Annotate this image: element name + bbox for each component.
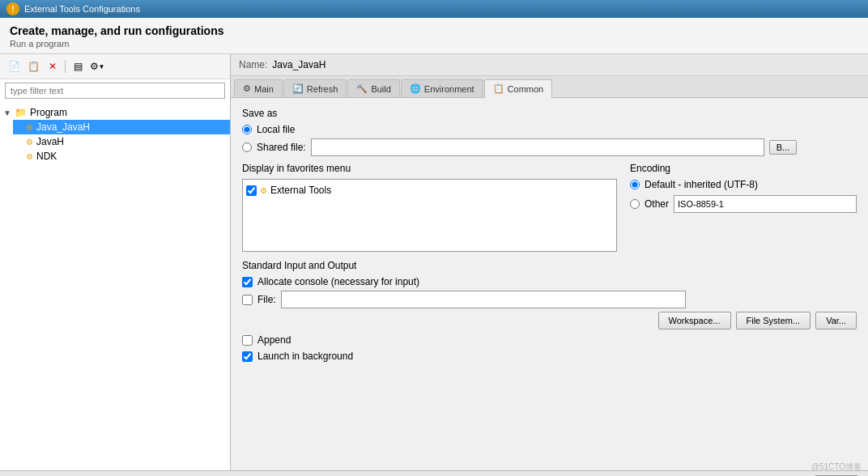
external-tools-checkbox[interactable]: [246, 185, 257, 196]
allocate-console-checkbox[interactable]: [242, 277, 253, 287]
encoding-other-label: Other: [645, 198, 669, 210]
stdio-label: Standard Input and Output: [242, 260, 857, 271]
tab-main[interactable]: ⚙ Main: [234, 79, 283, 97]
workspace-button[interactable]: Workspace...: [658, 312, 731, 329]
run-icon: ⚙: [26, 123, 33, 132]
toolbar-separator: [65, 60, 66, 73]
folder-icon: 📁: [15, 107, 27, 118]
allocate-console-row: Allocate console (necessary for input): [242, 276, 857, 287]
tree-item-label-java-javah: Java_JavaH: [36, 121, 90, 133]
display-favorites-label: Display in favorites menu: [242, 163, 617, 174]
environment-tab-icon: 🌐: [410, 83, 421, 94]
encoding-default-label: Default - inherited (UTF-8): [645, 179, 758, 190]
encoding-default-row: Default - inherited (UTF-8): [630, 179, 857, 190]
tree-item-java-javah[interactable]: ⚙ Java_JavaH: [13, 120, 230, 134]
tab-common[interactable]: 📋 Common: [484, 79, 553, 98]
save-as-options: Local file Shared file: B...: [242, 124, 857, 156]
common-tab-content: Save as Local file Shared file: B... Dis…: [231, 98, 868, 470]
tab-build-label: Build: [371, 84, 390, 94]
run-icon-3: ⚙: [26, 152, 33, 161]
encoding-options: Default - inherited (UTF-8) Other: [630, 179, 857, 213]
file-checkbox[interactable]: [242, 295, 253, 305]
tree-children: ⚙ Java_JavaH ⚙ JavaH ⚙ NDK: [0, 120, 230, 164]
shared-file-row: Shared file: B...: [242, 138, 857, 156]
tree-item-javah[interactable]: ⚙ JavaH: [13, 134, 230, 149]
stdio-section: Standard Input and Output Allocate conso…: [242, 260, 857, 329]
encoding-other-radio[interactable]: [630, 199, 640, 209]
name-bar: Name: Java_JavaH: [231, 54, 868, 76]
filesystem-button[interactable]: File System...: [736, 312, 811, 329]
external-tools-icon: ⚙: [260, 186, 267, 195]
header-title: Create, manage, and run configurations: [10, 24, 858, 37]
expand-icon: ▼: [3, 108, 11, 117]
tree-parent-program[interactable]: ▼ 📁 Program: [0, 105, 230, 120]
left-panel: 📄 📋 ✕ ▤ ⚙▼ ▼ 📁 Program ⚙ Java_JavaH ⚙: [0, 54, 231, 470]
delete-button[interactable]: ✕: [44, 57, 62, 75]
shared-file-browse-button[interactable]: B...: [769, 140, 798, 155]
right-panel: Name: Java_JavaH ⚙ Main 🔄 Refresh 🔨 Buil…: [231, 54, 868, 470]
shared-file-label: Shared file:: [257, 142, 306, 153]
variables-button[interactable]: Var...: [815, 312, 857, 329]
encoding-section: Encoding Default - inherited (UTF-8) Oth…: [630, 163, 857, 252]
favorites-list-item: ⚙ External Tools: [246, 183, 613, 198]
watermark: @51CTO博客: [811, 461, 862, 473]
new-config-button[interactable]: 📄: [5, 57, 23, 75]
build-tab-icon: 🔨: [356, 83, 368, 94]
config-dropdown-button[interactable]: ⚙▼: [88, 57, 106, 75]
file-label: File:: [257, 294, 276, 305]
header-subtitle: Run a program: [10, 39, 858, 49]
shared-file-radio[interactable]: [242, 142, 252, 152]
encoding-other-input[interactable]: [674, 195, 857, 213]
shared-file-input[interactable]: [311, 138, 764, 156]
external-tools-label: External Tools: [270, 185, 331, 196]
content-area: 📄 📋 ✕ ▤ ⚙▼ ▼ 📁 Program ⚙ Java_JavaH ⚙: [0, 54, 868, 470]
duplicate-button[interactable]: 📋: [24, 57, 42, 75]
tree-item-label-javah: JavaH: [36, 136, 64, 147]
refresh-tab-icon: 🔄: [292, 83, 304, 94]
append-row: Append: [242, 334, 857, 346]
name-label: Name:: [239, 59, 267, 70]
append-checkbox[interactable]: [242, 335, 253, 346]
favorites-list[interactable]: ⚙ External Tools: [242, 179, 617, 252]
collapse-all-button[interactable]: ▤: [69, 57, 87, 75]
file-row: File:: [242, 291, 857, 308]
tab-main-label: Main: [254, 84, 274, 94]
launch-background-checkbox[interactable]: [242, 351, 253, 362]
launch-background-row: Launch in background: [242, 351, 857, 362]
toolbar: 📄 📋 ✕ ▤ ⚙▼: [0, 54, 230, 79]
main-tab-icon: ⚙: [243, 83, 251, 94]
tab-refresh-label: Refresh: [307, 84, 338, 94]
tab-environment[interactable]: 🌐 Environment: [401, 79, 483, 97]
two-column-section: Display in favorites menu ⚙ External Too…: [242, 163, 857, 252]
save-as-label: Save as: [242, 108, 857, 119]
tab-build[interactable]: 🔨 Build: [347, 79, 399, 97]
tab-common-label: Common: [508, 84, 544, 94]
display-favorites-section: Display in favorites menu ⚙ External Too…: [242, 163, 617, 252]
encoding-other-row: Other: [630, 195, 857, 213]
file-input[interactable]: [281, 291, 686, 308]
tree-view: ▼ 📁 Program ⚙ Java_JavaH ⚙ JavaH ⚙ NDK: [0, 102, 230, 470]
tabs: ⚙ Main 🔄 Refresh 🔨 Build 🌐 Environment 📋…: [231, 76, 868, 98]
common-tab-icon: 📋: [493, 83, 504, 94]
tree-item-ndk[interactable]: ⚙ NDK: [13, 149, 230, 164]
tab-environment-label: Environment: [424, 84, 474, 94]
append-label: Append: [257, 334, 291, 346]
app-icon: !: [6, 2, 19, 15]
encoding-label: Encoding: [630, 163, 857, 174]
local-file-row: Local file: [242, 124, 857, 135]
run-icon-2: ⚙: [26, 138, 33, 147]
config-name: Java_JavaH: [272, 59, 326, 70]
tree-parent-label: Program: [30, 107, 67, 118]
main-header: Create, manage, and run configurations R…: [0, 18, 868, 54]
bottom-bar: Apply: [0, 470, 868, 476]
tab-refresh[interactable]: 🔄 Refresh: [283, 79, 347, 97]
local-file-label: Local file: [257, 124, 295, 135]
tree-item-label-ndk: NDK: [36, 151, 57, 162]
launch-background-label: Launch in background: [257, 351, 353, 362]
filter-input[interactable]: [5, 83, 225, 99]
local-file-radio[interactable]: [242, 125, 252, 134]
allocate-console-label: Allocate console (necessary for input): [257, 276, 419, 287]
title-bar: ! External Tools Configurations: [0, 0, 868, 18]
window-title: External Tools Configurations: [24, 4, 140, 14]
encoding-default-radio[interactable]: [630, 180, 640, 189]
